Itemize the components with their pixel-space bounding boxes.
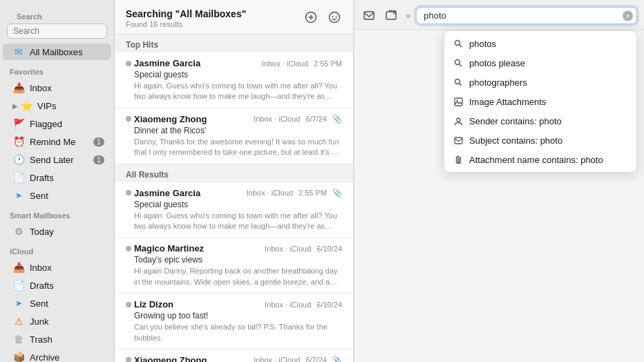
sidebar-label-sent: Sent bbox=[30, 191, 104, 201]
sidebar-label-today: Today bbox=[30, 227, 104, 237]
sidebar-item-send-later[interactable]: 🕐 Send Later 1 bbox=[3, 151, 111, 168]
sidebar-item-drafts[interactable]: 📄 Drafts bbox=[3, 169, 111, 186]
sidebar-label-icloud-archive: Archive bbox=[30, 352, 104, 363]
sidebar-label-icloud-trash: Trash bbox=[30, 334, 104, 345]
email-item-all-1[interactable]: Jasmine Garcia Inbox · iCloud 2:55 PM 📎 … bbox=[115, 182, 353, 238]
dropdown-label-photos-please: photos please bbox=[469, 58, 628, 68]
dropdown-item-photos-please[interactable]: photos please bbox=[444, 53, 636, 73]
dropdown-label-photographers: photographers bbox=[469, 77, 628, 88]
search-title: Searching "All Mailboxes" bbox=[126, 8, 246, 19]
sidebar-section-favorites: Favorites bbox=[0, 61, 114, 79]
inbox-icon: 📥 bbox=[12, 82, 25, 94]
sender-filter-icon bbox=[453, 115, 464, 126]
sidebar-item-icloud-archive[interactable]: 📦 Archive bbox=[3, 349, 111, 362]
sidebar-label-icloud-sent: Sent bbox=[30, 298, 104, 309]
email-list: Top Hits Jasmine Garcia Inbox · iCloud 2… bbox=[115, 35, 353, 362]
sidebar-item-icloud-inbox[interactable]: 📥 Inbox bbox=[3, 259, 111, 276]
sidebar-search-section: Search bbox=[0, 0, 114, 43]
result-count: Found 16 results bbox=[126, 20, 246, 28]
main-header: Searching "All Mailboxes" Found 16 resul… bbox=[115, 0, 353, 35]
preview-all-2: Hi again Danny, Reporting back on anothe… bbox=[126, 266, 342, 287]
remind-me-icon: ⏰ bbox=[12, 135, 25, 148]
sidebar: Search ✉ All Mailboxes Favorites 📥 Inbox… bbox=[0, 0, 115, 362]
time-all-4: 6/7/24 bbox=[305, 356, 327, 362]
section-all-results: All Results bbox=[115, 164, 353, 182]
dropdown-item-image-attachments[interactable]: Image Attachments bbox=[444, 92, 636, 111]
preview-top-2: Danny, Thanks for the awesome evening! I… bbox=[126, 137, 342, 158]
email-item-all-4[interactable]: Xiaomeng Zhong Inbox · iCloud 6/7/24 📎 D… bbox=[115, 350, 353, 362]
dropdown-item-subject-contains[interactable]: Subject contains: photo bbox=[444, 131, 636, 150]
preview-all-3: Can you believe she's already so tall? P… bbox=[126, 322, 342, 343]
expand-toolbar-button[interactable]: » bbox=[406, 10, 410, 21]
sender-name-all-2: Magico Martinez bbox=[134, 243, 204, 254]
sidebar-item-all-mailboxes[interactable]: ✉ All Mailboxes bbox=[3, 44, 111, 60]
svg-line-13 bbox=[460, 64, 462, 66]
sidebar-label-inbox: Inbox bbox=[30, 83, 104, 93]
subject-top-2: Dinner at the Ricos' bbox=[126, 126, 342, 135]
subject-all-3: Growing up too fast! bbox=[126, 311, 342, 321]
search-bar-container: × bbox=[416, 7, 637, 24]
search-dropdown: photos photos please photographers bbox=[444, 30, 637, 173]
sidebar-item-icloud-trash[interactable]: 🗑 Trash bbox=[3, 331, 111, 347]
sidebar-search-label: Search bbox=[7, 6, 107, 23]
attachment-icon-all-4: 📎 bbox=[332, 356, 342, 362]
svg-line-11 bbox=[460, 45, 462, 47]
all-mailboxes-icon: ✉ bbox=[12, 46, 25, 58]
dropdown-item-attachment-contains[interactable]: Attachment name contains: photo bbox=[444, 150, 636, 169]
sender-name-all-1: Jasmine Garcia bbox=[134, 188, 200, 198]
icloud-junk-icon: ⚠ bbox=[12, 315, 25, 327]
svg-point-18 bbox=[457, 118, 460, 122]
icloud-trash-icon: 🗑 bbox=[12, 333, 25, 345]
preview-all-1: Hi again. Guess who's coming to town wit… bbox=[126, 211, 342, 232]
svg-point-12 bbox=[455, 60, 460, 65]
sidebar-label-flagged: Flagged bbox=[30, 119, 104, 129]
compose-new-button[interactable] bbox=[303, 10, 319, 25]
vips-icon: ⭐ bbox=[20, 99, 32, 112]
icloud-archive-icon: 📦 bbox=[12, 351, 25, 362]
sidebar-item-icloud-junk[interactable]: ⚠ Junk bbox=[3, 313, 111, 330]
email-item-all-3[interactable]: Liz Dizon Inbox · iCloud 6/10/24 Growing… bbox=[115, 294, 353, 350]
sidebar-item-icloud-sent[interactable]: ➤ Sent bbox=[3, 295, 111, 312]
dropdown-item-photographers[interactable]: photographers bbox=[444, 73, 636, 92]
subject-filter-icon bbox=[453, 135, 464, 146]
mailbox-top-1: Inbox · iCloud bbox=[262, 59, 308, 68]
section-top-hits: Top Hits bbox=[115, 35, 353, 53]
sidebar-label-all-mailboxes: All Mailboxes bbox=[30, 47, 104, 57]
mailbox-all-1: Inbox · iCloud bbox=[247, 189, 293, 197]
smiley-button[interactable] bbox=[327, 10, 342, 25]
avatar-top-2 bbox=[126, 116, 131, 122]
sidebar-search-input[interactable] bbox=[7, 23, 107, 39]
email-item-top-2[interactable]: Xiaomeng Zhong Inbox · iCloud 6/7/24 📎 D… bbox=[115, 108, 353, 164]
toolbar: » × photos photos please bbox=[354, 0, 644, 362]
attachment-filter-icon bbox=[453, 154, 464, 165]
sidebar-item-flagged[interactable]: 🚩 Flagged bbox=[3, 115, 111, 132]
search-input[interactable] bbox=[416, 7, 637, 24]
mailbox-top-2: Inbox · iCloud bbox=[254, 115, 300, 123]
svg-point-14 bbox=[455, 79, 460, 84]
dropdown-item-sender-contains[interactable]: Sender contains: photo bbox=[444, 111, 636, 131]
toolbar-top: » × bbox=[354, 0, 644, 30]
sidebar-item-remind-me[interactable]: ⏰ Remind Me 1 bbox=[3, 133, 111, 150]
time-top-1: 2:55 PM bbox=[314, 59, 342, 68]
image-filter-icon bbox=[453, 96, 464, 107]
svg-rect-19 bbox=[455, 137, 462, 144]
sidebar-item-today[interactable]: ⚙ Today bbox=[3, 223, 111, 240]
svg-rect-6 bbox=[364, 12, 374, 19]
dropdown-item-photos[interactable]: photos bbox=[444, 34, 636, 53]
new-message-button[interactable] bbox=[361, 8, 377, 23]
main-header-actions bbox=[303, 10, 342, 25]
sidebar-section-icloud: iCloud bbox=[0, 240, 114, 258]
search-clear-button[interactable]: × bbox=[623, 10, 633, 21]
sidebar-item-inbox[interactable]: 📥 Inbox bbox=[3, 79, 111, 96]
sender-name-top-2: Xiaomeng Zhong bbox=[134, 114, 207, 124]
vips-chevron-icon: ▶ bbox=[12, 102, 18, 110]
email-item-top-1[interactable]: Jasmine Garcia Inbox · iCloud 2:55 PM Sp… bbox=[115, 53, 353, 108]
time-all-2: 6/10/24 bbox=[316, 245, 342, 253]
sidebar-item-vips[interactable]: ▶ ⭐ VIPs bbox=[3, 97, 111, 114]
compose-button[interactable] bbox=[383, 8, 399, 23]
email-item-all-2[interactable]: Magico Martinez Inbox · iCloud 6/10/24 T… bbox=[115, 238, 353, 294]
mailbox-all-2: Inbox · iCloud bbox=[265, 245, 311, 253]
sidebar-item-icloud-drafts[interactable]: 📄 Drafts bbox=[3, 277, 111, 294]
dropdown-label-photos: photos bbox=[469, 39, 628, 49]
sidebar-item-sent[interactable]: ➤ Sent bbox=[3, 187, 111, 204]
